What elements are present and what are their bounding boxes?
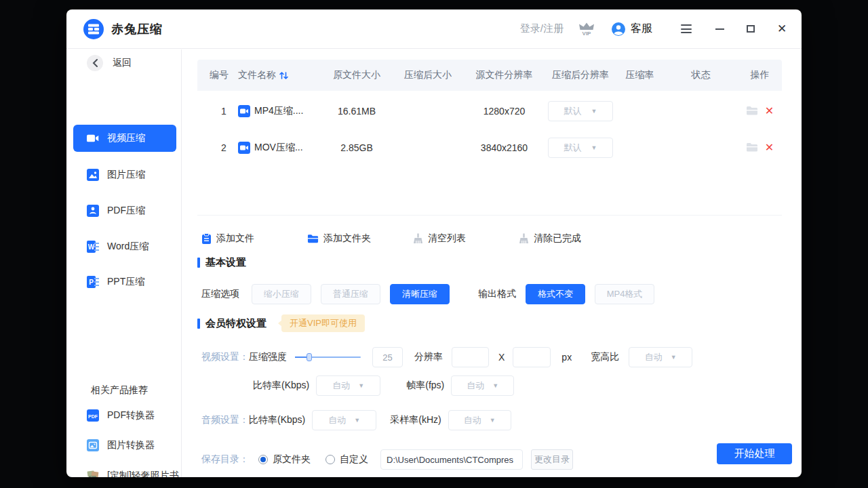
main-panel: 编号 文件名称 原文件大小 压缩后大小 源文件分辨率 压缩后分辨率 压缩率 状态… xyxy=(182,49,802,477)
custom-folder-label: 自定义 xyxy=(340,453,368,466)
video-file-icon xyxy=(238,142,250,154)
table-row: 1 MP4压缩.... 16.61MB 868x488 默认 ▼ xyxy=(197,94,782,127)
sidebar-item-pdf-converter[interactable]: PDF PDF转换器 xyxy=(87,409,155,422)
output-resolution-select[interactable]: 默认 ▼ xyxy=(548,101,613,121)
broom-icon xyxy=(519,233,529,244)
chevron-down-icon: ▼ xyxy=(354,417,360,424)
sidebar-item-ppt-compress[interactable]: P PPT压缩 xyxy=(87,276,144,288)
video-icon xyxy=(87,132,99,144)
pdf-converter-icon: PDF xyxy=(87,409,99,422)
menu-icon[interactable] xyxy=(678,22,694,36)
resolution-unit: px xyxy=(561,352,572,363)
image-icon xyxy=(87,169,99,181)
sidebar-item-word-compress[interactable]: W Word压缩 xyxy=(87,241,149,253)
svg-text:W: W xyxy=(88,243,95,251)
close-button[interactable]: ✕ xyxy=(776,23,788,35)
table-header-row: 编号 文件名称 原文件大小 压缩后大小 源文件分辨率 压缩后分辨率 压缩率 状态… xyxy=(197,60,782,91)
basic-settings-title: 基本设置 xyxy=(197,256,246,269)
chevron-down-icon: ▼ xyxy=(591,144,597,151)
sidebar-item-image-converter[interactable]: 图片转换器 xyxy=(87,439,155,451)
compress-option-label: 压缩选项 xyxy=(201,288,239,300)
bitrate-select[interactable]: 自动 ▼ xyxy=(316,375,380,396)
framerate-label: 帧率(fps) xyxy=(406,380,444,392)
add-folder-button[interactable]: 添加文件夹 xyxy=(307,232,413,245)
vip-button[interactable]: VIP xyxy=(578,22,595,36)
chevron-down-icon: ▼ xyxy=(490,417,496,424)
compress-options-row: 压缩选项 缩小压缩 普通压缩 清晰压缩 输出格式 格式不变 MP4格式 xyxy=(201,284,654,304)
file-name: MOV压缩... xyxy=(254,142,303,154)
col-header-filename[interactable]: 文件名称 xyxy=(238,69,319,81)
app-window: 赤兔压缩 登录/注册 VIP 客服 ✕ xyxy=(66,9,802,477)
open-folder-icon[interactable] xyxy=(746,142,758,152)
section-marker xyxy=(197,258,200,268)
sidebar: 返回 视频压缩 图片压缩 PDF压缩 xyxy=(66,49,182,477)
delete-file-icon[interactable]: ✕ xyxy=(765,142,774,153)
resolution-x-separator: X xyxy=(498,352,505,363)
framerate-select[interactable]: 自动 ▼ xyxy=(451,375,514,396)
col-header-no: 编号 xyxy=(210,69,238,81)
col-header-output-resolution: 压缩后分辨率 xyxy=(547,69,614,81)
resolution-label: 分辨率 xyxy=(414,351,443,363)
format-mp4-option[interactable]: MP4格式 xyxy=(595,284,654,304)
svg-text:PDF: PDF xyxy=(88,414,98,419)
slider-handle[interactable] xyxy=(307,353,312,361)
sort-icon[interactable] xyxy=(279,71,288,80)
resolution-height-input[interactable] xyxy=(513,347,551,367)
strength-input[interactable] xyxy=(372,347,403,367)
related-products-title: 相关产品推荐 xyxy=(91,384,148,396)
option-shrink-compress[interactable]: 缩小压缩 xyxy=(252,284,311,304)
audio-bitrate-label: 比特率(Kbps) xyxy=(249,414,305,426)
resolution-width-input[interactable] xyxy=(452,347,489,367)
sidebar-item-video-compress[interactable]: 视频压缩 xyxy=(73,125,176,152)
login-register-link[interactable]: 登录/注册 xyxy=(520,22,564,35)
output-format-label: 输出格式 xyxy=(478,288,516,300)
audio-bitrate-select[interactable]: 自动 ▼ xyxy=(312,410,376,430)
save-directory-label: 保存目录： xyxy=(201,453,249,466)
vip-label: VIP xyxy=(583,31,591,36)
format-unchanged-option[interactable]: 格式不变 xyxy=(526,284,585,304)
clear-completed-button[interactable]: 清除已完成 xyxy=(519,232,625,245)
strength-slider[interactable] xyxy=(295,352,361,362)
sidebar-item-photo-book[interactable]: [定制]轻奢照片书 xyxy=(87,470,179,477)
open-folder-icon[interactable] xyxy=(746,106,758,116)
audio-settings-row: 音频设置： 比特率(Kbps) 自动 ▼ 采样率(kHz) 自动 ▼ xyxy=(201,410,511,430)
bitrate-label: 比特率(Kbps) xyxy=(253,380,309,392)
aspect-ratio-select[interactable]: 自动 ▼ xyxy=(629,347,692,367)
app-title: 赤兔压缩 xyxy=(111,21,163,37)
sidebar-item-image-compress[interactable]: 图片压缩 xyxy=(87,169,145,181)
option-normal-compress[interactable]: 普通压缩 xyxy=(321,284,380,304)
audio-settings-label: 音频设置： xyxy=(201,414,249,426)
samplerate-select[interactable]: 自动 ▼ xyxy=(448,410,511,430)
original-folder-label: 原文件夹 xyxy=(273,453,311,466)
video-bitrate-row: 比特率(Kbps) 自动 ▼ 帧率(fps) 自动 ▼ xyxy=(253,375,514,396)
clear-list-button[interactable]: 清空列表 xyxy=(413,232,519,245)
change-directory-button[interactable]: 更改目录 xyxy=(531,449,573,470)
support-label: 客服 xyxy=(631,22,652,36)
app-logo-icon xyxy=(83,18,104,40)
broom-icon xyxy=(413,233,423,244)
samplerate-label: 采样率(kHz) xyxy=(390,414,441,426)
file-size: 16.61MB xyxy=(319,106,394,117)
option-hd-compress[interactable]: 清晰压缩 xyxy=(390,284,450,304)
support-button[interactable]: 客服 xyxy=(611,22,652,37)
start-processing-button[interactable]: 开始处理 xyxy=(717,443,792,464)
file-name: MP4压缩.... xyxy=(254,105,303,117)
save-directory-row: 保存目录： 原文件夹 自定义 更改目录 xyxy=(201,449,573,470)
word-icon: W xyxy=(87,241,99,253)
table-row: 2 MOV压缩... 2.85GB 3840x2160 默认 ▼ xyxy=(197,131,782,164)
output-resolution-select[interactable]: 默认 ▼ xyxy=(548,138,613,158)
section-marker xyxy=(197,319,200,329)
titlebar: 赤兔压缩 登录/注册 VIP 客服 ✕ xyxy=(66,9,802,49)
add-file-button[interactable]: 添加文件 xyxy=(201,232,307,245)
custom-folder-radio[interactable] xyxy=(326,455,335,464)
minimize-button[interactable] xyxy=(713,23,726,35)
back-button[interactable]: 返回 xyxy=(87,55,132,71)
back-chevron-icon xyxy=(87,55,103,71)
original-folder-radio[interactable] xyxy=(258,455,268,464)
maximize-button[interactable] xyxy=(745,23,757,35)
ppt-icon: P xyxy=(87,276,99,288)
delete-file-icon[interactable]: ✕ xyxy=(765,106,774,117)
save-path-input[interactable] xyxy=(380,449,523,470)
video-settings-row: 视频设置： 压缩强度 分辨率 X px 宽高比 自动 ▼ xyxy=(201,347,692,367)
sidebar-item-pdf-compress[interactable]: PDF压缩 xyxy=(87,205,145,217)
